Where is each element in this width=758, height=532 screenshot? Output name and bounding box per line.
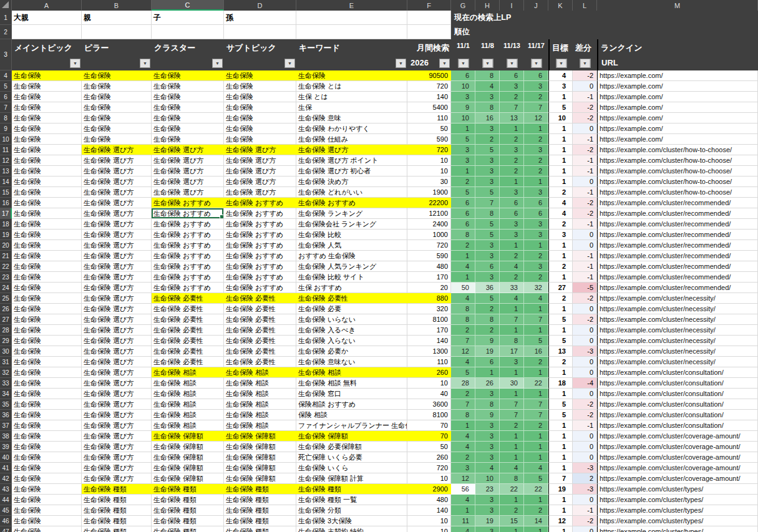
cell-B45[interactable]: 生命保険 種類 xyxy=(82,505,152,516)
cell-diff-row12[interactable]: -1 xyxy=(573,155,597,166)
cell-A24[interactable]: 生命保険 xyxy=(12,283,82,293)
cell-B18[interactable]: 生命保険 選び方 xyxy=(82,219,152,230)
cell-B19[interactable]: 生命保険 選び方 xyxy=(82,230,152,240)
cell-rank-11/8-row7[interactable]: 8 xyxy=(475,102,500,113)
cell-rank-11/17-row27[interactable]: 7 xyxy=(524,314,548,325)
filter-button-date-11-13[interactable]: ▼ xyxy=(507,59,517,68)
cell-rank-11/17-row9[interactable]: 1 xyxy=(524,123,548,134)
cell-goal-row9[interactable]: 1 xyxy=(548,123,573,134)
cell-rank-11/13-row39[interactable]: 1 xyxy=(500,442,524,452)
cell-goal-row33[interactable]: 18 xyxy=(548,378,573,389)
cell-url-row42[interactable]: https://example.com/cluster/coverage-amo… xyxy=(597,473,758,484)
cell-F24[interactable]: 20 xyxy=(407,283,451,293)
cell-url-row22[interactable]: https://example.com/cluster/recommended/ xyxy=(597,261,758,272)
cell-goal-row22[interactable]: 2 xyxy=(548,261,573,272)
cell-rank-11/17-row12[interactable]: 2 xyxy=(524,155,548,166)
cell-goal-row35[interactable]: 5 xyxy=(548,399,573,410)
cell-F31[interactable]: 110 xyxy=(407,357,451,367)
cell-B42[interactable]: 生命保険 選び方 xyxy=(82,473,152,484)
cell-rank-11/17-row45[interactable]: 2 xyxy=(524,505,548,516)
row-header-34[interactable]: 34 xyxy=(0,389,12,399)
cell-F12[interactable]: 10 xyxy=(407,155,451,166)
cell-diff-row40[interactable]: 0 xyxy=(573,452,597,463)
row-header-4[interactable]: 4 xyxy=(0,70,12,81)
cell-B21[interactable]: 生命保険 選び方 xyxy=(82,251,152,261)
cell-rank-11/1-row17[interactable]: 6 xyxy=(451,208,475,219)
cell-rank-11/1-row35[interactable]: 7 xyxy=(451,399,475,410)
cell-D41[interactable]: 生命保険 保障額 xyxy=(224,463,296,473)
cell-C10[interactable]: 生命保険 xyxy=(152,134,224,145)
cell-rank-11/13-row27[interactable]: 7 xyxy=(500,314,524,325)
cell-rank-11/1-row43[interactable]: 56 xyxy=(451,484,475,495)
cell-E27[interactable]: 生命保険 いらない xyxy=(296,314,407,325)
row-header-35[interactable]: 35 xyxy=(0,399,12,410)
row-header-33[interactable]: 33 xyxy=(0,378,12,389)
cell-url-row24[interactable]: https://example.com/cluster/recommended/ xyxy=(597,283,758,293)
cell-url-row12[interactable]: https://example.com/cluster/how-to-choos… xyxy=(597,155,758,166)
cell-rank-11/8-row9[interactable]: 3 xyxy=(475,123,500,134)
row-header-40[interactable]: 40 xyxy=(0,452,12,463)
row-header-43[interactable]: 43 xyxy=(0,484,12,495)
cell-rank-11/13-row47[interactable]: 1 xyxy=(500,526,524,532)
cell-E1[interactable] xyxy=(296,11,407,25)
cell-rank-11/1-row4[interactable]: 6 xyxy=(451,70,475,81)
cell-A6[interactable]: 生命保険 xyxy=(12,92,82,102)
cell-A27[interactable]: 生命保険 xyxy=(12,314,82,325)
cell-B30[interactable]: 生命保険 選び方 xyxy=(82,346,152,357)
cell-rank-11/1-row47[interactable]: 4 xyxy=(451,526,475,532)
cell-diff-row24[interactable]: -5 xyxy=(573,283,597,293)
cell-D6[interactable]: 生命保険 xyxy=(224,92,296,102)
cell-diff-row18[interactable]: -1 xyxy=(573,219,597,230)
cell-B47[interactable]: 生命保険 種類 xyxy=(82,526,152,532)
cell-C39[interactable]: 生命保険 保障額 xyxy=(152,442,224,452)
cell-url-row44[interactable]: https://example.com/cluster/types/ xyxy=(597,495,758,505)
cell-A1[interactable]: 大親 xyxy=(12,11,82,25)
cell-C1[interactable]: 子 xyxy=(152,11,224,25)
cell-url-row16[interactable]: https://example.com/cluster/recommended/ xyxy=(597,198,758,208)
cell-rank-11/17-row29[interactable]: 5 xyxy=(524,336,548,346)
cell-D42[interactable]: 生命保険 保障額 xyxy=(224,473,296,484)
cell-rank-11/17-row16[interactable]: 6 xyxy=(524,198,548,208)
cell-F19[interactable]: 1000 xyxy=(407,230,451,240)
cell-C23[interactable]: 生命保険 おすすめ xyxy=(152,272,224,283)
cell-rank-11/1-row32[interactable]: 5 xyxy=(451,367,475,378)
column-header-B[interactable]: B xyxy=(82,0,152,11)
cell-E19[interactable]: 生命保険 比較 xyxy=(296,230,407,240)
cell-rank-11/13-row21[interactable]: 2 xyxy=(500,251,524,261)
cell-rank-11/1-row10[interactable]: 5 xyxy=(451,134,475,145)
cell-rank-11/17-row26[interactable]: 1 xyxy=(524,304,548,314)
cell-A39[interactable]: 生命保険 xyxy=(12,442,82,452)
cell-url-row19[interactable]: https://example.com/cluster/recommended/ xyxy=(597,230,758,240)
cell-diff-row30[interactable]: -3 xyxy=(573,346,597,357)
cell-rank-11/8-row42[interactable]: 10 xyxy=(475,473,500,484)
cell-E36[interactable]: 保険 相談 xyxy=(296,410,407,420)
cell-diff-row16[interactable]: -2 xyxy=(573,198,597,208)
column-header-C[interactable]: C xyxy=(152,0,224,11)
cell-C31[interactable]: 生命保険 必要性 xyxy=(152,357,224,367)
row-header-37[interactable]: 37 xyxy=(0,420,12,431)
cell-url-row9[interactable]: https://example.com/ xyxy=(597,123,758,134)
cell-B12[interactable]: 生命保険 選び方 xyxy=(82,155,152,166)
cell-url-row33[interactable]: https://example.com/cluster/consultation… xyxy=(597,378,758,389)
cell-diff-row37[interactable]: -1 xyxy=(573,420,597,431)
cell-D1[interactable]: 孫 xyxy=(224,11,296,25)
row-header-24[interactable]: 24 xyxy=(0,283,12,293)
cell-E6[interactable]: 生保 とは xyxy=(296,92,407,102)
cell-diff-row27[interactable]: -2 xyxy=(573,314,597,325)
cell-goal-row26[interactable]: 1 xyxy=(548,304,573,314)
cell-B29[interactable]: 生命保険 選び方 xyxy=(82,336,152,346)
cell-C46[interactable]: 生命保険 種類 xyxy=(152,516,224,526)
cell-F25[interactable]: 880 xyxy=(407,293,451,304)
cell-F21[interactable]: 590 xyxy=(407,251,451,261)
cell-A19[interactable]: 生命保険 xyxy=(12,230,82,240)
header-date-11-1[interactable]: 11/1 ▼ xyxy=(451,39,475,70)
cell-url-row37[interactable]: https://example.com/cluster/consultation… xyxy=(597,420,758,431)
cell-diff-row38[interactable]: 0 xyxy=(573,431,597,442)
header-diff[interactable]: 差分 ▼ xyxy=(573,39,597,70)
cell-F32[interactable]: 260 xyxy=(407,367,451,378)
cell-D4[interactable]: 生命保険 xyxy=(224,70,296,81)
cell-rank-11/17-row14[interactable]: 1 xyxy=(524,177,548,187)
cell-A5[interactable]: 生命保険 xyxy=(12,81,82,92)
cell-D44[interactable]: 生命保険 種類 xyxy=(224,495,296,505)
cell-diff-row19[interactable]: 0 xyxy=(573,230,597,240)
